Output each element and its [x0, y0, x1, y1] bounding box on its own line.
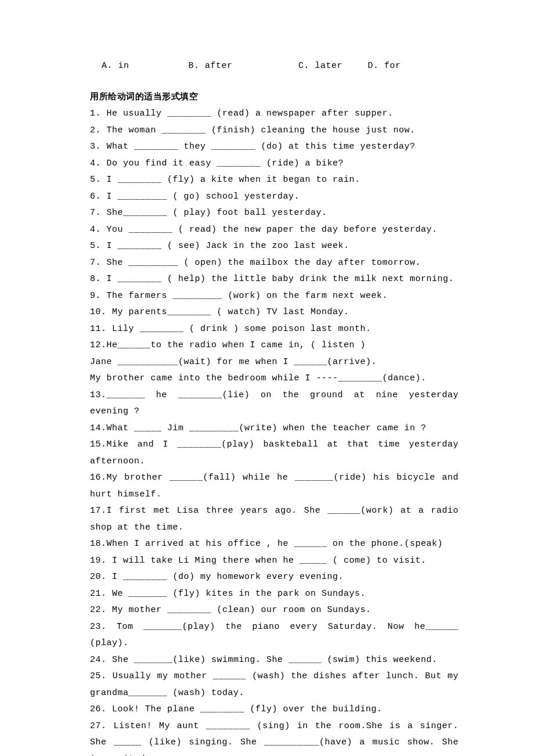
mc-options: A. in B. after C. later D. for: [90, 58, 459, 75]
list-item: 13._______ he ________(lie) on the groun…: [90, 387, 459, 420]
list-item: 9. The farmers _________ (work) on the f…: [90, 288, 459, 305]
list-item: 14.What _____ Jim _________(write) when …: [90, 420, 459, 437]
option-c: C. later: [298, 58, 362, 75]
list-item: 5. I ________ ( see) Jack in the zoo las…: [90, 238, 459, 255]
list-item: 22. My mother ________ (clean) our room …: [90, 602, 459, 619]
option-d: D. for: [368, 58, 401, 75]
list-item: 1. He usually ________ (read) a newspape…: [90, 106, 459, 123]
list-item: 16.My brother ______(fall) while he ____…: [90, 470, 459, 503]
section-title: 用所给动词的适当形式填空: [90, 89, 459, 106]
list-item: 27. Listen! My aunt ________ (sing) in t…: [90, 718, 459, 757]
list-item: 24. She _______(like) swimming. She ____…: [90, 652, 459, 669]
list-item: 12.He______to the radio when I came in, …: [90, 337, 459, 354]
list-item: 15.Mike and I ________(play) baskteball …: [90, 437, 459, 470]
list-item: 26. Look! The plane ________ (fly) over …: [90, 701, 459, 718]
list-item: 7. She _________ ( open) the mailbox the…: [90, 255, 459, 272]
list-item: 11. Lily ________ ( drink ) some poison …: [90, 321, 459, 338]
list-item: 7. She________ ( play) foot ball yesterd…: [90, 205, 459, 222]
option-b: B. after: [189, 58, 293, 75]
list-item: 4. You ________ ( read) the new paper th…: [90, 222, 459, 239]
list-item: 23. Tom _______(play) the piano every Sa…: [90, 619, 459, 652]
list-item: 3. What ________ they ________ (do) at t…: [90, 139, 459, 156]
list-item: 21. We _______ (fly) kites in the park o…: [90, 586, 459, 603]
list-item: 10. My parents________ ( watch) TV last …: [90, 304, 459, 321]
list-item: 17.I first met Lisa three years ago. She…: [90, 503, 459, 536]
option-a: A. in: [102, 58, 183, 75]
list-item: My brother came into the bedroom while I…: [90, 370, 459, 387]
list-item: 19. I will take Li Ming there when he __…: [90, 553, 459, 570]
list-item: 25. Usually my mother ______ (wash) the …: [90, 668, 459, 701]
list-item: 5. I ________ (fly) a kite when it began…: [90, 172, 459, 189]
list-item: 8. I ________ ( help) the little baby dr…: [90, 271, 459, 288]
list-item: 2. The woman ________ (finish) cleaning …: [90, 123, 459, 139]
list-item: 4. Do you find it easy ________ (ride) a…: [90, 156, 459, 172]
list-item: 6. I _________ ( go) school yesterday.: [90, 189, 459, 206]
list-item: 18.When I arrived at his office , he ___…: [90, 536, 459, 553]
list-item: Jane ___________(wait) for me when I ___…: [90, 354, 459, 371]
list-item: 20. I ________ (do) my homework every ev…: [90, 569, 459, 586]
exercise-list: 1. He usually ________ (read) a newspape…: [90, 106, 459, 756]
